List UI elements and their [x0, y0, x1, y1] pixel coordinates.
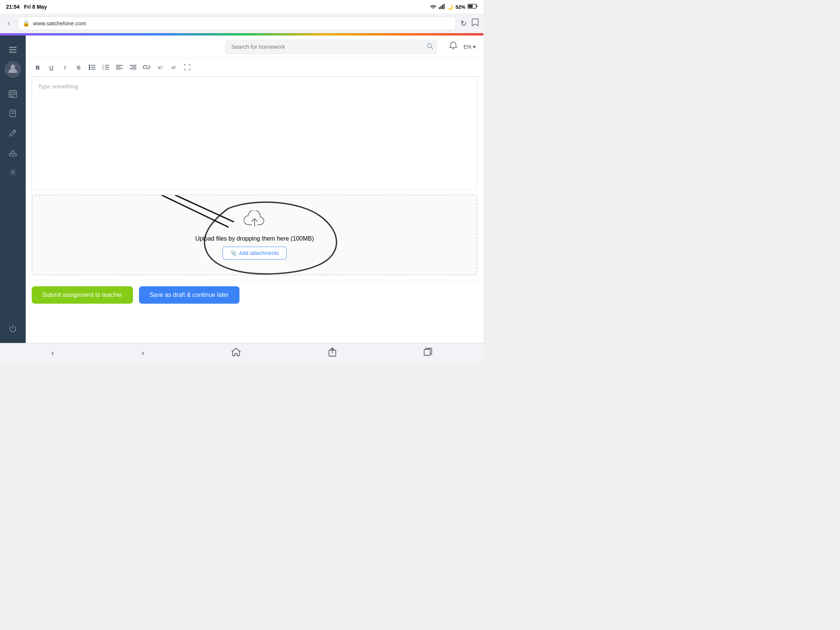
svg-rect-0	[439, 7, 440, 9]
cloud-upload-icon	[243, 210, 266, 231]
toolbar-fullscreen-button[interactable]	[181, 61, 193, 73]
top-nav: EN ▾	[26, 35, 483, 58]
svg-rect-23	[9, 154, 16, 156]
search-input[interactable]	[226, 39, 437, 54]
url-text: www.satchelone.com	[33, 20, 86, 27]
toolbar-link-button[interactable]	[141, 61, 153, 73]
app-container: EN ▾ B U I S	[0, 35, 483, 343]
hamburger-menu-button[interactable]	[5, 41, 21, 58]
wifi-icon	[430, 4, 437, 10]
toolbar-align-right-button[interactable]	[127, 61, 139, 73]
status-time: 21:54	[6, 4, 20, 10]
sidebar-item-power[interactable]	[5, 320, 21, 337]
svg-rect-1	[441, 6, 442, 9]
sidebar-item-pen[interactable]	[5, 125, 21, 141]
svg-rect-15	[10, 94, 11, 95]
battery-icon	[467, 4, 477, 10]
browser-nav-forward-button[interactable]: ›	[139, 345, 147, 361]
svg-rect-19	[13, 96, 14, 97]
add-attachments-label: Add attachments	[239, 250, 279, 256]
sidebar-item-tray[interactable]	[5, 144, 21, 161]
svg-rect-9	[9, 52, 17, 53]
search-bar	[226, 39, 437, 54]
sidebar-item-calendar[interactable]	[5, 85, 21, 102]
add-attachments-button[interactable]: 📎 Add attachments	[223, 246, 287, 259]
svg-rect-5	[477, 5, 478, 7]
svg-rect-2	[442, 5, 443, 9]
svg-text:3.: 3.	[103, 68, 104, 70]
svg-line-26	[431, 47, 433, 49]
svg-rect-18	[10, 96, 11, 97]
avatar-icon	[7, 62, 19, 77]
main-content: EN ▾ B U I S	[26, 35, 483, 343]
browser-actions: ↻	[460, 18, 479, 28]
language-selector[interactable]: EN ▾	[463, 43, 476, 50]
toolbar-superscript-button[interactable]: x2	[168, 61, 180, 73]
editor-placeholder: Type something	[38, 83, 78, 90]
browser-nav-back-button[interactable]: ‹	[48, 345, 57, 361]
browser-url-bar[interactable]: 🔒 www.satchelone.com	[18, 17, 456, 30]
toolbar-underline-button[interactable]: U	[45, 61, 57, 73]
svg-point-31	[89, 68, 90, 70]
toolbar-subscript-button[interactable]: x2	[154, 61, 166, 73]
status-date: Fri 8 May	[24, 4, 47, 10]
svg-rect-3	[444, 4, 445, 9]
search-button[interactable]	[426, 43, 433, 51]
hand-drawn-circle	[33, 195, 477, 275]
browser-nav-tabs-button[interactable]	[421, 345, 435, 362]
toolbar-align-left-button[interactable]	[113, 61, 125, 73]
browser-back-button[interactable]: ‹	[5, 17, 13, 30]
moon-icon: 🌙	[447, 4, 453, 10]
sidebar-item-book[interactable]	[5, 105, 21, 122]
toolbar-strikethrough-button[interactable]: S	[73, 61, 85, 73]
battery-text: 52%	[455, 4, 465, 10]
editor-toolbar: B U I S 1.	[26, 58, 483, 77]
content-area: B U I S 1.	[26, 58, 483, 343]
notification-bell-button[interactable]	[449, 41, 457, 52]
text-editor[interactable]: Type something	[32, 77, 477, 190]
toolbar-bold-button[interactable]: B	[32, 61, 44, 73]
action-buttons: Submit assignment to teacher Save as dra…	[26, 280, 483, 310]
toolbar-unordered-list-button[interactable]	[86, 61, 98, 73]
svg-point-27	[89, 65, 90, 66]
reload-button[interactable]: ↻	[460, 19, 467, 28]
svg-point-29	[89, 66, 90, 68]
sidebar-item-settings[interactable]	[5, 164, 21, 180]
browser-bar: ‹ 🔒 www.satchelone.com ↻	[0, 14, 483, 33]
svg-rect-8	[9, 49, 17, 51]
user-avatar[interactable]	[5, 61, 21, 78]
chevron-down-icon: ▾	[473, 43, 476, 50]
browser-nav-home-button[interactable]	[229, 345, 244, 362]
status-right: 🌙 52%	[430, 4, 477, 10]
status-bar: 21:54 Fri 8 May 🌙 52%	[0, 0, 483, 14]
svg-point-24	[12, 171, 14, 174]
svg-rect-48	[424, 349, 430, 355]
bottom-browser-nav: ‹ ›	[0, 343, 483, 363]
file-upload-area[interactable]: Upload files by dropping them here (100M…	[32, 194, 477, 275]
upload-description: Upload files by dropping them here (100M…	[195, 235, 314, 242]
toolbar-italic-button[interactable]: I	[59, 61, 71, 73]
toolbar-ordered-list-button[interactable]: 1. 2. 3.	[100, 61, 112, 73]
svg-rect-7	[9, 47, 17, 48]
browser-nav-share-button[interactable]	[325, 344, 339, 362]
lock-icon: 🔒	[23, 20, 30, 27]
signal-icon	[439, 4, 445, 10]
svg-rect-6	[468, 5, 473, 8]
submit-assignment-button[interactable]: Submit assignment to teacher	[32, 286, 133, 304]
bookmark-button[interactable]	[471, 18, 479, 28]
svg-line-22	[14, 131, 15, 132]
paperclip-icon: 📎	[231, 250, 237, 256]
save-draft-button[interactable]: Save as draft & continue later	[139, 286, 240, 304]
svg-rect-17	[14, 94, 16, 95]
sidebar	[0, 35, 26, 343]
status-time-date: 21:54 Fri 8 May	[6, 4, 47, 10]
svg-rect-16	[13, 94, 14, 95]
language-label: EN	[463, 43, 471, 50]
